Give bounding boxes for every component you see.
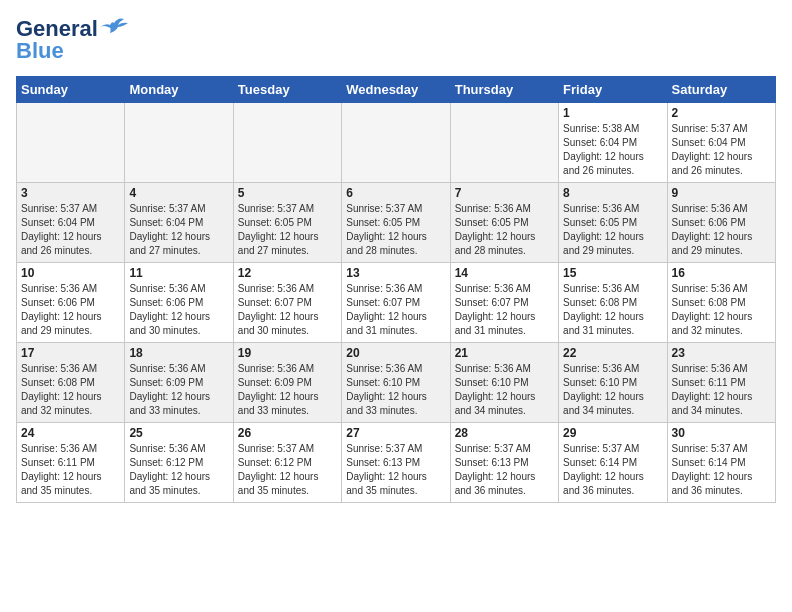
day-info: Sunrise: 5:36 AM Sunset: 6:08 PM Dayligh… xyxy=(21,362,120,418)
day-number: 30 xyxy=(672,426,771,440)
calendar-day-header: Saturday xyxy=(667,77,775,103)
day-info: Sunrise: 5:36 AM Sunset: 6:08 PM Dayligh… xyxy=(672,282,771,338)
page-header: General Blue xyxy=(16,16,776,64)
day-info: Sunrise: 5:36 AM Sunset: 6:06 PM Dayligh… xyxy=(21,282,120,338)
day-number: 9 xyxy=(672,186,771,200)
day-number: 10 xyxy=(21,266,120,280)
day-info: Sunrise: 5:37 AM Sunset: 6:12 PM Dayligh… xyxy=(238,442,337,498)
calendar-table: SundayMondayTuesdayWednesdayThursdayFrid… xyxy=(16,76,776,503)
day-info: Sunrise: 5:36 AM Sunset: 6:10 PM Dayligh… xyxy=(455,362,554,418)
day-info: Sunrise: 5:37 AM Sunset: 6:14 PM Dayligh… xyxy=(563,442,662,498)
calendar-day-cell: 13Sunrise: 5:36 AM Sunset: 6:07 PM Dayli… xyxy=(342,263,450,343)
day-number: 25 xyxy=(129,426,228,440)
calendar-day-cell: 11Sunrise: 5:36 AM Sunset: 6:06 PM Dayli… xyxy=(125,263,233,343)
day-info: Sunrise: 5:36 AM Sunset: 6:11 PM Dayligh… xyxy=(672,362,771,418)
calendar-day-header: Thursday xyxy=(450,77,558,103)
day-info: Sunrise: 5:36 AM Sunset: 6:08 PM Dayligh… xyxy=(563,282,662,338)
calendar-week-row: 10Sunrise: 5:36 AM Sunset: 6:06 PM Dayli… xyxy=(17,263,776,343)
day-number: 19 xyxy=(238,346,337,360)
calendar-day-cell: 19Sunrise: 5:36 AM Sunset: 6:09 PM Dayli… xyxy=(233,343,341,423)
day-info: Sunrise: 5:36 AM Sunset: 6:05 PM Dayligh… xyxy=(563,202,662,258)
calendar-day-cell: 24Sunrise: 5:36 AM Sunset: 6:11 PM Dayli… xyxy=(17,423,125,503)
day-number: 18 xyxy=(129,346,228,360)
calendar-day-cell: 9Sunrise: 5:36 AM Sunset: 6:06 PM Daylig… xyxy=(667,183,775,263)
day-number: 27 xyxy=(346,426,445,440)
day-number: 28 xyxy=(455,426,554,440)
day-number: 29 xyxy=(563,426,662,440)
calendar-day-cell: 21Sunrise: 5:36 AM Sunset: 6:10 PM Dayli… xyxy=(450,343,558,423)
day-info: Sunrise: 5:36 AM Sunset: 6:07 PM Dayligh… xyxy=(455,282,554,338)
logo-bird-icon xyxy=(100,17,128,37)
day-number: 3 xyxy=(21,186,120,200)
day-info: Sunrise: 5:37 AM Sunset: 6:13 PM Dayligh… xyxy=(455,442,554,498)
day-info: Sunrise: 5:36 AM Sunset: 6:07 PM Dayligh… xyxy=(346,282,445,338)
calendar-day-header: Monday xyxy=(125,77,233,103)
day-info: Sunrise: 5:36 AM Sunset: 6:09 PM Dayligh… xyxy=(129,362,228,418)
calendar-day-cell: 3Sunrise: 5:37 AM Sunset: 6:04 PM Daylig… xyxy=(17,183,125,263)
calendar-day-cell: 22Sunrise: 5:36 AM Sunset: 6:10 PM Dayli… xyxy=(559,343,667,423)
calendar-day-cell: 18Sunrise: 5:36 AM Sunset: 6:09 PM Dayli… xyxy=(125,343,233,423)
calendar-day-cell xyxy=(17,103,125,183)
calendar-day-cell: 28Sunrise: 5:37 AM Sunset: 6:13 PM Dayli… xyxy=(450,423,558,503)
day-number: 21 xyxy=(455,346,554,360)
calendar-day-header: Friday xyxy=(559,77,667,103)
calendar-day-cell: 5Sunrise: 5:37 AM Sunset: 6:05 PM Daylig… xyxy=(233,183,341,263)
calendar-day-header: Tuesday xyxy=(233,77,341,103)
logo: General Blue xyxy=(16,16,128,64)
day-number: 11 xyxy=(129,266,228,280)
day-info: Sunrise: 5:37 AM Sunset: 6:13 PM Dayligh… xyxy=(346,442,445,498)
day-info: Sunrise: 5:37 AM Sunset: 6:14 PM Dayligh… xyxy=(672,442,771,498)
calendar-day-cell xyxy=(450,103,558,183)
calendar-day-cell: 29Sunrise: 5:37 AM Sunset: 6:14 PM Dayli… xyxy=(559,423,667,503)
day-number: 1 xyxy=(563,106,662,120)
calendar-day-cell: 7Sunrise: 5:36 AM Sunset: 6:05 PM Daylig… xyxy=(450,183,558,263)
day-number: 8 xyxy=(563,186,662,200)
calendar-day-cell: 4Sunrise: 5:37 AM Sunset: 6:04 PM Daylig… xyxy=(125,183,233,263)
day-info: Sunrise: 5:37 AM Sunset: 6:04 PM Dayligh… xyxy=(672,122,771,178)
day-info: Sunrise: 5:37 AM Sunset: 6:05 PM Dayligh… xyxy=(346,202,445,258)
calendar-day-cell: 27Sunrise: 5:37 AM Sunset: 6:13 PM Dayli… xyxy=(342,423,450,503)
calendar-day-cell: 30Sunrise: 5:37 AM Sunset: 6:14 PM Dayli… xyxy=(667,423,775,503)
day-number: 22 xyxy=(563,346,662,360)
calendar-day-cell: 2Sunrise: 5:37 AM Sunset: 6:04 PM Daylig… xyxy=(667,103,775,183)
calendar-day-cell: 1Sunrise: 5:38 AM Sunset: 6:04 PM Daylig… xyxy=(559,103,667,183)
calendar-week-row: 24Sunrise: 5:36 AM Sunset: 6:11 PM Dayli… xyxy=(17,423,776,503)
calendar-week-row: 17Sunrise: 5:36 AM Sunset: 6:08 PM Dayli… xyxy=(17,343,776,423)
calendar-day-cell: 20Sunrise: 5:36 AM Sunset: 6:10 PM Dayli… xyxy=(342,343,450,423)
day-info: Sunrise: 5:37 AM Sunset: 6:05 PM Dayligh… xyxy=(238,202,337,258)
day-number: 24 xyxy=(21,426,120,440)
calendar-day-cell: 8Sunrise: 5:36 AM Sunset: 6:05 PM Daylig… xyxy=(559,183,667,263)
calendar-day-cell: 6Sunrise: 5:37 AM Sunset: 6:05 PM Daylig… xyxy=(342,183,450,263)
day-info: Sunrise: 5:36 AM Sunset: 6:10 PM Dayligh… xyxy=(346,362,445,418)
day-number: 20 xyxy=(346,346,445,360)
day-info: Sunrise: 5:36 AM Sunset: 6:09 PM Dayligh… xyxy=(238,362,337,418)
day-number: 6 xyxy=(346,186,445,200)
calendar-day-cell: 16Sunrise: 5:36 AM Sunset: 6:08 PM Dayli… xyxy=(667,263,775,343)
calendar-day-header: Wednesday xyxy=(342,77,450,103)
calendar-day-cell: 26Sunrise: 5:37 AM Sunset: 6:12 PM Dayli… xyxy=(233,423,341,503)
calendar-day-cell: 25Sunrise: 5:36 AM Sunset: 6:12 PM Dayli… xyxy=(125,423,233,503)
calendar-week-row: 3Sunrise: 5:37 AM Sunset: 6:04 PM Daylig… xyxy=(17,183,776,263)
day-number: 12 xyxy=(238,266,337,280)
day-number: 15 xyxy=(563,266,662,280)
calendar-day-cell: 12Sunrise: 5:36 AM Sunset: 6:07 PM Dayli… xyxy=(233,263,341,343)
calendar-day-cell xyxy=(125,103,233,183)
calendar-day-cell: 10Sunrise: 5:36 AM Sunset: 6:06 PM Dayli… xyxy=(17,263,125,343)
day-number: 16 xyxy=(672,266,771,280)
day-info: Sunrise: 5:36 AM Sunset: 6:12 PM Dayligh… xyxy=(129,442,228,498)
calendar-day-cell xyxy=(233,103,341,183)
day-number: 5 xyxy=(238,186,337,200)
day-info: Sunrise: 5:36 AM Sunset: 6:11 PM Dayligh… xyxy=(21,442,120,498)
calendar-week-row: 1Sunrise: 5:38 AM Sunset: 6:04 PM Daylig… xyxy=(17,103,776,183)
calendar-day-cell: 23Sunrise: 5:36 AM Sunset: 6:11 PM Dayli… xyxy=(667,343,775,423)
day-number: 13 xyxy=(346,266,445,280)
day-number: 26 xyxy=(238,426,337,440)
day-info: Sunrise: 5:36 AM Sunset: 6:05 PM Dayligh… xyxy=(455,202,554,258)
day-info: Sunrise: 5:37 AM Sunset: 6:04 PM Dayligh… xyxy=(129,202,228,258)
day-number: 7 xyxy=(455,186,554,200)
day-number: 14 xyxy=(455,266,554,280)
calendar-day-cell: 15Sunrise: 5:36 AM Sunset: 6:08 PM Dayli… xyxy=(559,263,667,343)
calendar-day-header: Sunday xyxy=(17,77,125,103)
calendar-header-row: SundayMondayTuesdayWednesdayThursdayFrid… xyxy=(17,77,776,103)
day-info: Sunrise: 5:36 AM Sunset: 6:06 PM Dayligh… xyxy=(129,282,228,338)
